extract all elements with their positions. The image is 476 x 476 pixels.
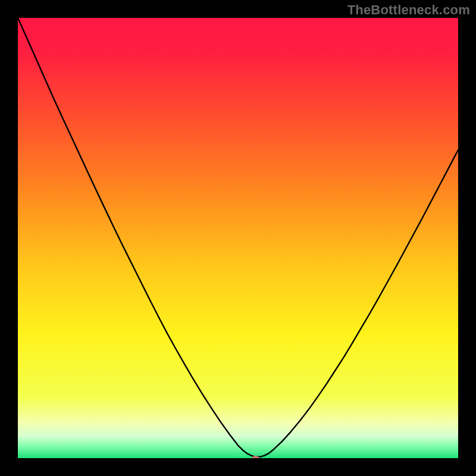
gradient-background: [18, 18, 458, 458]
watermark-label: TheBottleneck.com: [347, 2, 470, 18]
plot-area: [18, 18, 458, 458]
chart-svg: [18, 18, 458, 458]
chart-container: TheBottleneck.com: [0, 0, 476, 476]
